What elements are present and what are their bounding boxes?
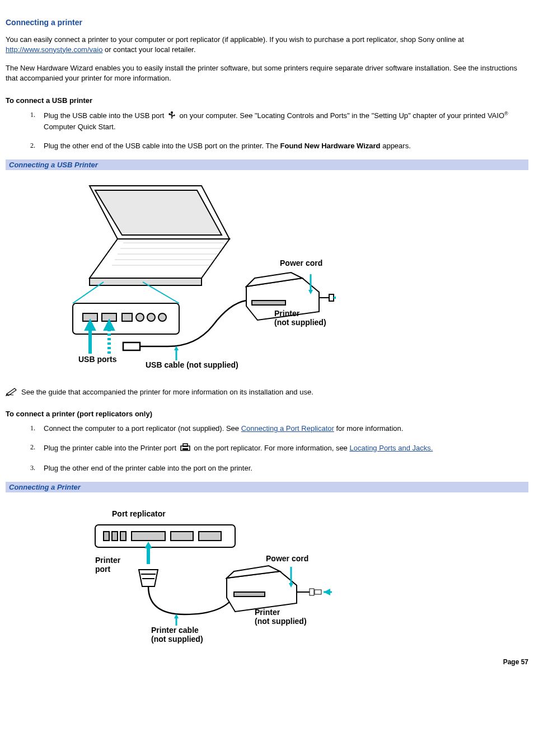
svg-rect-63 xyxy=(310,589,314,595)
svg-rect-43 xyxy=(183,444,188,447)
intro-paragraph-1: You can easily connect a printer to your… xyxy=(6,35,528,54)
svg-rect-50 xyxy=(171,532,193,541)
svg-line-15 xyxy=(73,282,104,303)
svg-marker-25 xyxy=(87,322,93,329)
page-number: Page 57 xyxy=(6,658,528,666)
svg-rect-28 xyxy=(123,342,140,350)
label-not-supplied: (not supplied) xyxy=(274,318,326,327)
label-printer: Printer xyxy=(274,309,299,318)
step-number: 2. xyxy=(30,443,35,452)
port-replicator-link[interactable]: Connecting a Port Replicator xyxy=(241,424,334,433)
usb-step-1: 1. Plug the USB cable into the USB port … xyxy=(30,110,528,132)
registered-mark: ® xyxy=(504,111,508,116)
step-number: 1. xyxy=(30,424,35,433)
svg-rect-46 xyxy=(104,532,109,541)
usb-steps-list: 1. Plug the USB cable into the USB port … xyxy=(6,110,528,151)
figure-caption-usb: Connecting a USB Printer xyxy=(6,159,528,170)
svg-point-23 xyxy=(158,313,166,321)
subhead-port: To connect a printer (port replicators o… xyxy=(6,410,528,418)
svg-rect-64 xyxy=(315,590,321,594)
step-text: Plug the USB cable into the USB port xyxy=(44,112,166,120)
svg-marker-5 xyxy=(174,114,175,116)
note-icon xyxy=(6,386,18,396)
svg-marker-27 xyxy=(106,322,113,329)
label-power-cord-2: Power cord xyxy=(266,554,308,563)
svg-rect-44 xyxy=(182,448,188,450)
step-number: 3. xyxy=(30,463,35,472)
step-text: on your computer. See "Locating Controls… xyxy=(180,112,504,120)
label-cable-not-supplied: (not supplied) xyxy=(151,635,203,644)
svg-rect-47 xyxy=(112,532,118,541)
label-printer-port-2: port xyxy=(95,565,110,574)
figure-usb-printer: Power cord Printer (not supplied) USB po… xyxy=(56,180,336,370)
page-title: Connecting a printer xyxy=(6,18,528,27)
label-printer-cable: Printer cable xyxy=(151,626,199,635)
svg-rect-20 xyxy=(122,313,132,321)
note-text: See the guide that accompanied the print… xyxy=(21,388,313,396)
svg-rect-61 xyxy=(234,592,265,597)
intro-text-a: You can easily connect a printer to your… xyxy=(6,35,464,44)
svg-point-21 xyxy=(136,313,144,321)
step-number: 2. xyxy=(30,141,35,150)
intro-text-b: or contact your local retailer. xyxy=(102,45,195,54)
svg-rect-51 xyxy=(199,532,221,541)
label-printer-2: Printer xyxy=(255,608,280,617)
step-text: Connect the computer to a port replicato… xyxy=(44,424,241,433)
step-text: Computer Quick Start. xyxy=(44,123,116,131)
svg-rect-49 xyxy=(132,532,165,541)
usb-step-2: 2. Plug the other end of the USB cable i… xyxy=(30,141,528,151)
step-text: Plug the other end of the printer cable … xyxy=(44,464,252,472)
sonystyle-link[interactable]: http://www.sonystyle.com/vaio xyxy=(6,45,102,54)
port-step-3: 3. Plug the other end of the printer cab… xyxy=(30,463,528,473)
label-not-supplied-2: (not supplied) xyxy=(255,617,307,626)
svg-point-0 xyxy=(171,111,173,114)
step-text: Plug the printer cable into the Printer … xyxy=(44,444,179,452)
svg-point-22 xyxy=(147,313,155,321)
port-steps-list: 1. Connect the computer to a port replic… xyxy=(6,424,528,473)
usb-icon xyxy=(167,111,176,123)
svg-rect-36 xyxy=(329,294,334,301)
label-usb-cable: USB cable (not supplied) xyxy=(146,360,238,369)
step-text: Plug the other end of the USB cable into… xyxy=(44,142,280,150)
label-printer-port: Printer xyxy=(95,556,120,565)
printer-port-icon xyxy=(180,443,191,454)
step-text: for more information. xyxy=(334,424,404,433)
svg-rect-34 xyxy=(252,300,285,305)
svg-rect-4 xyxy=(168,113,170,115)
step-text: appears. xyxy=(381,142,411,150)
port-step-2: 2. Plug the printer cable into the Print… xyxy=(30,443,528,454)
intro-paragraph-2: The New Hardware Wizard enables you to e… xyxy=(6,63,528,83)
label-power-cord: Power cord xyxy=(280,259,322,267)
note-row: See the guide that accompanied the print… xyxy=(6,386,528,396)
step-number: 1. xyxy=(30,110,35,119)
label-usb-ports: USB ports xyxy=(78,355,116,364)
locating-ports-link[interactable]: Locating Ports and Jacks. xyxy=(349,444,433,452)
subhead-usb: To connect a USB printer xyxy=(6,96,528,105)
figure-caption-printer: Connecting a Printer xyxy=(6,482,528,492)
figure-port-replicator: Port replicator Printer port Power cord … xyxy=(56,503,336,642)
label-port-replicator: Port replicator xyxy=(112,509,166,518)
svg-rect-48 xyxy=(120,532,126,541)
wizard-name: Found New Hardware Wizard xyxy=(280,142,381,150)
port-step-1: 1. Connect the computer to a port replic… xyxy=(30,424,528,434)
step-text: on the port replicator. For more informa… xyxy=(194,444,349,452)
svg-marker-8 xyxy=(90,239,229,278)
